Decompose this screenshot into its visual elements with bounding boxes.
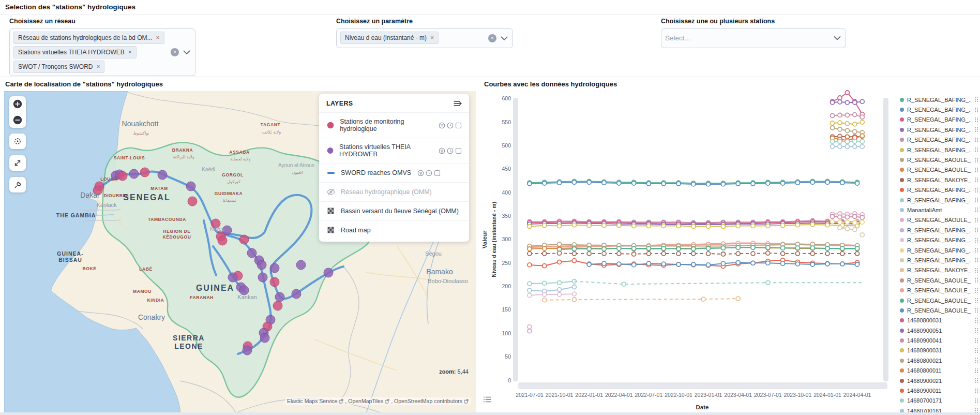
legend-item[interactable]: 14680800031 bbox=[900, 316, 978, 325]
legend-drag-handle-icon[interactable] bbox=[974, 247, 978, 253]
virtual-station-marker[interactable] bbox=[158, 170, 167, 180]
legend-item[interactable]: R_SENEGAL_BAFING_... bbox=[900, 105, 978, 114]
legend-item[interactable]: 14680800021 bbox=[900, 355, 978, 365]
legend-item[interactable]: 14680800011 bbox=[900, 366, 978, 376]
virtual-station-marker[interactable] bbox=[275, 292, 284, 302]
remove-tag-icon[interactable]: × bbox=[430, 34, 434, 41]
legend-item[interactable]: R_SENEGAL_BAFING_... bbox=[900, 235, 978, 245]
monitoring-station-marker[interactable] bbox=[270, 277, 279, 287]
virtual-station-marker[interactable] bbox=[247, 248, 257, 258]
layer-item[interactable]: Stations de monitoring hydrologique bbox=[319, 112, 469, 138]
legend-drag-handle-icon[interactable] bbox=[974, 398, 978, 404]
legend-drag-handle-icon[interactable] bbox=[974, 127, 978, 132]
layer-checkbox[interactable] bbox=[455, 147, 462, 154]
legend-list-toggle-icon[interactable] bbox=[483, 396, 491, 405]
network-tag[interactable]: Réseau de stations hydrologiques de la b… bbox=[13, 32, 164, 44]
layer-filter-icon[interactable] bbox=[439, 122, 445, 129]
legend-item[interactable]: R_SENEGAL_BAFING_... bbox=[900, 195, 978, 205]
map-canvas[interactable]: NouakchottنواكشوطTAGANTولاية تكانتBRAKNA… bbox=[4, 91, 476, 413]
legend-drag-handle-icon[interactable] bbox=[974, 227, 978, 233]
legend-item[interactable]: 14680700161 bbox=[900, 406, 978, 412]
parameter-combo-box[interactable]: Niveau d eau (instantané - m)× × bbox=[336, 28, 513, 48]
remove-tag-icon[interactable]: × bbox=[128, 49, 132, 56]
virtual-station-marker[interactable] bbox=[270, 263, 279, 273]
legend-item[interactable]: R_SENEGAL_BAFING_... bbox=[900, 115, 978, 125]
layer-filter-icon[interactable] bbox=[439, 147, 445, 154]
legend-item[interactable]: R_SENEGAL_BAOULE_... bbox=[900, 215, 978, 225]
attribution-link[interactable]: OpenStreetMap contributors bbox=[394, 398, 462, 404]
legend-drag-handle-icon[interactable] bbox=[974, 257, 978, 263]
virtual-station-marker[interactable] bbox=[129, 169, 139, 179]
zoom-in-button[interactable] bbox=[9, 96, 26, 112]
layer-time-icon[interactable] bbox=[447, 147, 454, 154]
virtual-station-marker[interactable] bbox=[296, 260, 306, 270]
legend-drag-handle-icon[interactable] bbox=[974, 97, 978, 102]
legend-drag-handle-icon[interactable] bbox=[974, 268, 978, 273]
virtual-station-marker[interactable] bbox=[257, 260, 266, 270]
network-tag[interactable]: Stations virtuelles THEIA HYDROWEB× bbox=[13, 46, 137, 58]
legend-drag-handle-icon[interactable] bbox=[974, 288, 978, 293]
legend-item[interactable]: 14680900041 bbox=[900, 335, 978, 345]
virtual-station-marker[interactable] bbox=[324, 268, 333, 277]
monitoring-station-marker[interactable] bbox=[118, 171, 127, 181]
layer-item[interactable]: Bassin versant du fleuve Sénégal (OMM) bbox=[319, 201, 469, 220]
expand-icon[interactable] bbox=[9, 155, 26, 171]
parameter-tag[interactable]: Niveau d eau (instantané - m)× bbox=[340, 32, 439, 44]
network-clear-icon[interactable]: × bbox=[171, 48, 179, 56]
remove-tag-icon[interactable]: × bbox=[96, 63, 100, 70]
legend-item[interactable]: 14680900031 bbox=[900, 346, 978, 355]
virtual-station-marker[interactable] bbox=[260, 333, 269, 343]
attribution-link[interactable]: OpenMapTiles bbox=[348, 398, 383, 404]
layer-item[interactable]: Road map bbox=[319, 220, 469, 240]
legend-item[interactable]: R_SENEGAL_BAFING_... bbox=[900, 185, 978, 195]
legend-drag-handle-icon[interactable] bbox=[974, 207, 978, 213]
legend-drag-handle-icon[interactable] bbox=[974, 147, 978, 153]
legend-item[interactable]: R_SENEGAL_BAOULE_... bbox=[900, 275, 978, 285]
legend-item[interactable]: R_SENEGAL_BAKOYE_... bbox=[900, 265, 978, 275]
legend-drag-handle-icon[interactable] bbox=[974, 217, 978, 223]
parameter-clear-icon[interactable]: × bbox=[488, 34, 496, 42]
layer-time-icon[interactable] bbox=[426, 170, 432, 176]
monitoring-station-marker[interactable] bbox=[218, 236, 227, 245]
legend-item[interactable]: 14680700171 bbox=[900, 396, 978, 406]
legend-drag-handle-icon[interactable] bbox=[974, 137, 978, 143]
wrench-icon[interactable] bbox=[9, 177, 26, 192]
virtual-station-marker[interactable] bbox=[186, 182, 195, 191]
legend-drag-handle-icon[interactable] bbox=[974, 298, 978, 303]
legend-drag-handle-icon[interactable] bbox=[974, 177, 978, 183]
chevron-down-icon[interactable] bbox=[183, 50, 190, 55]
attribution-link[interactable]: Elastic Maps Service bbox=[287, 398, 337, 404]
network-combo-box[interactable]: Réseau de stations hydrologiques de la b… bbox=[9, 28, 195, 76]
virtual-station-marker[interactable] bbox=[228, 273, 237, 282]
legend-drag-handle-icon[interactable] bbox=[974, 197, 978, 203]
layers-collapse-icon[interactable] bbox=[454, 100, 462, 107]
legend-drag-handle-icon[interactable] bbox=[974, 408, 978, 412]
legend-item[interactable]: 14680900051 bbox=[900, 325, 978, 335]
legend-item[interactable]: ManantaliAmt bbox=[900, 205, 978, 215]
monitoring-station-marker[interactable] bbox=[273, 301, 282, 310]
legend-drag-handle-icon[interactable] bbox=[974, 157, 978, 163]
locate-icon[interactable] bbox=[9, 134, 26, 149]
monitoring-station-marker[interactable] bbox=[239, 235, 249, 244]
legend-item[interactable]: 14680900021 bbox=[900, 376, 978, 386]
legend-drag-handle-icon[interactable] bbox=[974, 307, 978, 313]
legend-drag-handle-icon[interactable] bbox=[974, 328, 978, 333]
legend-drag-handle-icon[interactable] bbox=[974, 388, 978, 394]
layer-time-icon[interactable] bbox=[447, 122, 454, 129]
legend-item[interactable]: R_SENEGAL_BAFING_... bbox=[900, 95, 978, 105]
legend-drag-handle-icon[interactable] bbox=[974, 368, 978, 374]
legend-item[interactable]: R_SENEGAL_BAFING_... bbox=[900, 255, 978, 265]
virtual-station-marker[interactable] bbox=[258, 273, 267, 282]
legend-item[interactable]: R_SENEGAL_BAFING_... bbox=[900, 245, 978, 255]
legend-item[interactable]: R_SENEGAL_BAOULE_... bbox=[900, 165, 978, 175]
legend-drag-handle-icon[interactable] bbox=[974, 238, 978, 243]
legend-drag-handle-icon[interactable] bbox=[974, 378, 978, 383]
layer-checkbox[interactable] bbox=[434, 170, 441, 176]
legend-item[interactable]: R_SENEGAL_BAFING_... bbox=[900, 125, 978, 135]
legend-item[interactable]: R_SENEGAL_BAFING_... bbox=[900, 135, 978, 145]
layer-item[interactable]: Réseau hydrographique (OMM) bbox=[319, 182, 469, 201]
legend-item[interactable]: R_SENEGAL_BAFING_... bbox=[900, 225, 978, 235]
legend-item[interactable]: R_SENEGAL_BAFING_... bbox=[900, 145, 978, 155]
legend-item[interactable]: R_SENEGAL_BAOULE_... bbox=[900, 285, 978, 295]
legend-drag-handle-icon[interactable] bbox=[974, 338, 978, 344]
